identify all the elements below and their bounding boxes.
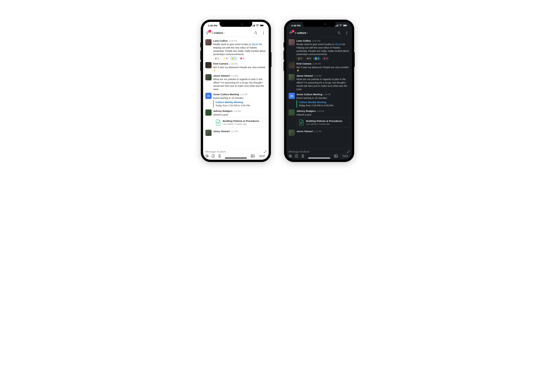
svg-point-24 (252, 155, 252, 156)
message-time: 2:15 PM (323, 93, 330, 96)
event-time: Today from 2:30 PM to 3:00 PM (299, 104, 350, 107)
avatar[interactable] (205, 130, 212, 136)
reaction-selected[interactable]: 👏1 (230, 57, 237, 60)
message[interactable]: Johnny Rodgers2:18 PM shared a post Buil… (286, 108, 352, 129)
message-time: 2:14 PM (231, 75, 238, 77)
message-author: Jason Stewart (296, 74, 313, 77)
avatar[interactable] (289, 130, 295, 136)
event-attachment[interactable]: Culture Weekly Meeting Today from 2:30 P… (296, 100, 350, 108)
avatar[interactable] (205, 74, 212, 80)
slash-command-icon[interactable] (295, 154, 298, 158)
mention[interactable]: @julie (252, 43, 259, 45)
message-author: Lane Collins (296, 39, 311, 43)
reaction[interactable]: 💗3 (239, 57, 246, 60)
attachment-icon[interactable] (301, 154, 304, 158)
reaction-selected[interactable]: 👏1 (313, 57, 321, 60)
svg-rect-28 (338, 24, 338, 26)
message[interactable]: 31 Acme Culture Meeting2:15 PM Event sta… (286, 92, 352, 108)
message[interactable]: Jason Stewart2:22 PM (286, 129, 352, 137)
event-title: Culture Weekly Meeting (299, 101, 350, 104)
post-attachment[interactable]: Building Policies & Procedures Last edit… (296, 117, 350, 128)
svg-rect-3 (255, 24, 255, 26)
message-author: Jason Stewart (213, 130, 230, 133)
image-icon[interactable] (334, 155, 338, 157)
message[interactable]: Lane Collins12:50 PM Really need to give… (286, 38, 352, 61)
avatar[interactable] (289, 110, 295, 116)
expand-icon[interactable] (264, 150, 266, 153)
chevron-down-icon: ▾ (307, 32, 308, 34)
message-time: 2:15 PM (240, 93, 247, 96)
phone-dark: 3:48 PM 1 #culture ▾ (284, 20, 354, 162)
message-list[interactable]: Lane Collins12:50 PM Really need to give… (286, 37, 352, 149)
message-time: 2:22 PM (231, 130, 238, 133)
post-title: Building Policies & Procedures (306, 119, 343, 123)
message[interactable]: Lane Collins12:50 PM Really need to give… (203, 38, 269, 61)
channel-header: 1 #culture ▾ (286, 29, 352, 37)
message-time: 12:50 PM (312, 40, 320, 42)
slash-command-icon[interactable] (212, 154, 215, 158)
message-author: Johnny Rodgers (213, 110, 233, 113)
send-button[interactable]: Send (341, 154, 350, 158)
post-title: Building Policies & Procedures (223, 119, 259, 123)
avatar[interactable] (289, 39, 295, 45)
mention-icon[interactable] (289, 154, 292, 158)
reaction[interactable]: 💗3 (322, 57, 329, 60)
message[interactable]: Kiné Camara12:55 PM No! It was my pleasu… (286, 61, 352, 73)
avatar[interactable] (205, 110, 212, 116)
mention[interactable]: @julie (335, 43, 342, 45)
avatar[interactable] (205, 62, 212, 68)
message-text: Event starting in 15 minutes: (296, 96, 350, 100)
image-icon[interactable] (251, 155, 255, 157)
document-icon (299, 119, 304, 126)
home-indicator[interactable] (225, 158, 247, 158)
message[interactable]: Jason Stewart2:14 PM What are our polici… (286, 73, 352, 92)
message-input[interactable]: Message #culture (289, 150, 309, 153)
home-indicator[interactable] (308, 158, 330, 158)
message[interactable]: Kiné Camara12:55 PM No! It was my pleasu… (203, 61, 269, 73)
calendar-app-icon[interactable]: 31 (205, 93, 212, 99)
attachment-icon[interactable] (218, 154, 221, 158)
svg-point-45 (290, 155, 291, 156)
notch (303, 22, 336, 27)
workspace-switcher[interactable]: 1 (289, 31, 293, 35)
svg-point-11 (255, 32, 257, 34)
channel-name-button[interactable]: #culture ▾ (212, 31, 225, 35)
avatar[interactable] (289, 62, 295, 68)
post-subtitle: Last edited 2 months ago (306, 123, 343, 126)
expand-icon[interactable] (347, 150, 350, 153)
message[interactable]: Jason Stewart2:22 PM (203, 129, 269, 137)
reactions: 🎉2 ✨8 👏1 💗3 (296, 57, 350, 60)
svg-rect-5 (260, 25, 263, 26)
message[interactable]: Jason Stewart2:14 PM What are our polici… (203, 73, 269, 92)
calendar-app-icon[interactable]: 31 (289, 93, 295, 99)
message-input[interactable]: Message #culture (205, 150, 226, 153)
unread-badge: 1 (292, 30, 294, 33)
channel-name-button[interactable]: #culture ▾ (295, 31, 308, 35)
reaction[interactable]: ✨8 (222, 57, 229, 60)
post-attachment[interactable]: Building Policies & Procedures Last edit… (213, 117, 266, 128)
avatar[interactable] (205, 39, 212, 45)
svg-rect-2 (254, 25, 254, 26)
phone-light: 3:48 PM 1 #culture ▾ (201, 20, 271, 162)
message-text: shared a post (213, 113, 266, 116)
channel-hash: # (295, 31, 296, 35)
message-list[interactable]: Lane Collins12:50 PM Really need to give… (203, 37, 269, 149)
mention-icon[interactable] (205, 154, 209, 158)
avatar[interactable] (289, 74, 295, 80)
reaction[interactable]: 🎉2 (213, 57, 220, 60)
message[interactable]: 31 Acme Culture Meeting2:15 PM Event sta… (203, 92, 269, 108)
event-attachment[interactable]: Culture Weekly Meeting Today from 2:30 P… (213, 100, 266, 108)
search-button[interactable] (253, 30, 259, 36)
reaction[interactable]: 🎉2 (296, 57, 304, 60)
message-author: Lane Collins (213, 39, 228, 43)
reaction[interactable]: ✨8 (305, 57, 312, 60)
message[interactable]: Johnny Rodgers2:18 PM shared a post Buil… (203, 108, 269, 129)
svg-rect-32 (289, 32, 291, 33)
overflow-button[interactable] (344, 30, 350, 36)
search-button[interactable] (336, 30, 342, 36)
message-text: Really need to give some Kudos to @julie… (296, 43, 350, 56)
workspace-switcher[interactable]: 1 (205, 31, 210, 35)
send-button[interactable]: Send (257, 154, 266, 158)
overflow-button[interactable] (261, 30, 266, 36)
message-time: 12:55 PM (313, 63, 321, 65)
